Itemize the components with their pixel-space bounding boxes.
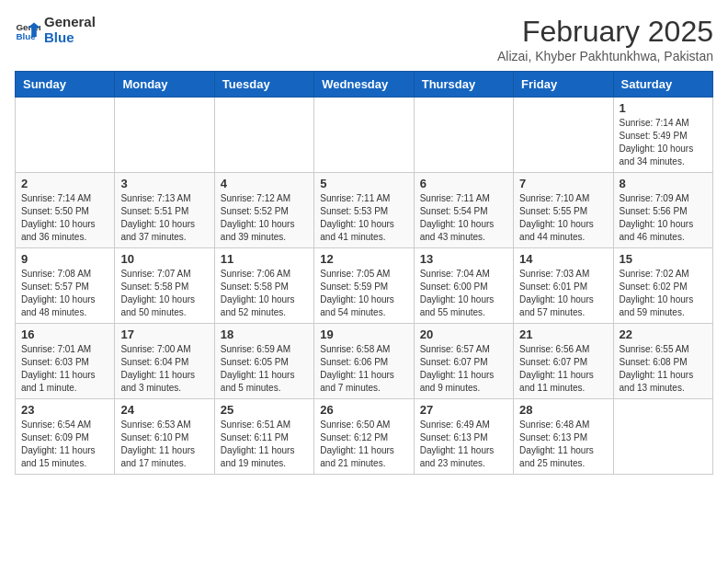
day-number: 1 <box>620 101 707 115</box>
calendar-week-2: 2Sunrise: 7:14 AM Sunset: 5:50 PM Daylig… <box>16 173 713 248</box>
calendar-cell: 5Sunrise: 7:11 AM Sunset: 5:53 PM Daylig… <box>314 173 414 248</box>
calendar-cell: 14Sunrise: 7:03 AM Sunset: 6:01 PM Dayli… <box>514 248 613 324</box>
day-number: 22 <box>620 327 707 341</box>
day-number: 13 <box>420 252 507 266</box>
day-number: 17 <box>120 327 208 341</box>
calendar-cell: 18Sunrise: 6:59 AM Sunset: 6:05 PM Dayli… <box>214 324 313 399</box>
day-number: 12 <box>320 252 407 266</box>
calendar-cell: 19Sunrise: 6:58 AM Sunset: 6:06 PM Dayli… <box>314 324 414 399</box>
day-number: 20 <box>420 327 507 341</box>
day-info: Sunrise: 6:57 AM Sunset: 6:07 PM Dayligh… <box>420 343 507 395</box>
calendar-cell: 17Sunrise: 7:00 AM Sunset: 6:04 PM Dayli… <box>115 324 214 399</box>
calendar-cell: 23Sunrise: 6:54 AM Sunset: 6:09 PM Dayli… <box>16 399 115 475</box>
day-number: 4 <box>221 177 308 190</box>
day-number: 5 <box>320 177 407 190</box>
day-info: Sunrise: 6:54 AM Sunset: 6:09 PM Dayligh… <box>21 419 108 470</box>
day-info: Sunrise: 7:06 AM Sunset: 5:58 PM Dayligh… <box>221 268 308 319</box>
logo-icon: General Blue <box>15 17 40 43</box>
title-block: February 2025 Alizai, Khyber Pakhtunkhwa… <box>497 15 713 63</box>
day-info: Sunrise: 7:11 AM Sunset: 5:54 PM Dayligh… <box>420 192 507 244</box>
calendar-cell: 15Sunrise: 7:02 AM Sunset: 6:02 PM Dayli… <box>613 248 712 324</box>
calendar-header-row: SundayMondayTuesdayWednesdayThursdayFrid… <box>16 72 713 98</box>
day-info: Sunrise: 6:50 AM Sunset: 6:12 PM Dayligh… <box>320 419 407 470</box>
day-info: Sunrise: 7:07 AM Sunset: 5:58 PM Dayligh… <box>120 268 208 319</box>
day-info: Sunrise: 7:05 AM Sunset: 5:59 PM Dayligh… <box>320 268 407 319</box>
day-info: Sunrise: 7:10 AM Sunset: 5:55 PM Dayligh… <box>519 192 607 244</box>
calendar-week-1: 1Sunrise: 7:14 AM Sunset: 5:49 PM Daylig… <box>16 98 713 173</box>
day-number: 28 <box>519 403 607 417</box>
calendar-week-3: 9Sunrise: 7:08 AM Sunset: 5:57 PM Daylig… <box>16 248 713 324</box>
day-number: 27 <box>420 403 507 417</box>
calendar-cell: 20Sunrise: 6:57 AM Sunset: 6:07 PM Dayli… <box>414 324 513 399</box>
calendar-cell: 24Sunrise: 6:53 AM Sunset: 6:10 PM Dayli… <box>115 399 214 475</box>
day-number: 2 <box>21 177 108 190</box>
logo: General Blue General Blue <box>15 15 96 45</box>
calendar-cell: 10Sunrise: 7:07 AM Sunset: 5:58 PM Dayli… <box>115 248 214 324</box>
day-info: Sunrise: 6:51 AM Sunset: 6:11 PM Dayligh… <box>221 419 308 470</box>
day-number: 11 <box>221 252 308 266</box>
logo-blue-text: Blue <box>44 30 96 46</box>
calendar-cell <box>214 98 313 173</box>
day-info: Sunrise: 7:01 AM Sunset: 6:03 PM Dayligh… <box>21 343 108 395</box>
weekday-header-wednesday: Wednesday <box>314 72 414 98</box>
day-info: Sunrise: 7:14 AM Sunset: 5:49 PM Dayligh… <box>620 117 707 168</box>
day-info: Sunrise: 7:00 AM Sunset: 6:04 PM Dayligh… <box>120 343 208 395</box>
calendar-cell: 7Sunrise: 7:10 AM Sunset: 5:55 PM Daylig… <box>514 173 613 248</box>
day-number: 14 <box>519 252 607 266</box>
calendar-cell: 1Sunrise: 7:14 AM Sunset: 5:49 PM Daylig… <box>613 98 712 173</box>
day-info: Sunrise: 6:53 AM Sunset: 6:10 PM Dayligh… <box>120 419 208 470</box>
day-info: Sunrise: 7:11 AM Sunset: 5:53 PM Dayligh… <box>320 192 407 244</box>
calendar-cell <box>115 98 214 173</box>
day-info: Sunrise: 7:04 AM Sunset: 6:00 PM Dayligh… <box>420 268 507 319</box>
calendar-cell <box>514 98 613 173</box>
day-number: 26 <box>320 403 407 417</box>
calendar-cell: 9Sunrise: 7:08 AM Sunset: 5:57 PM Daylig… <box>16 248 115 324</box>
location-title: Alizai, Khyber Pakhtunkhwa, Pakistan <box>497 49 713 63</box>
day-info: Sunrise: 6:58 AM Sunset: 6:06 PM Dayligh… <box>320 343 407 395</box>
day-info: Sunrise: 6:49 AM Sunset: 6:13 PM Dayligh… <box>420 419 507 470</box>
day-info: Sunrise: 7:08 AM Sunset: 5:57 PM Dayligh… <box>21 268 108 319</box>
day-number: 21 <box>519 327 607 341</box>
day-number: 9 <box>21 252 108 266</box>
page-header: General Blue General Blue February 2025 … <box>15 15 713 63</box>
day-info: Sunrise: 7:09 AM Sunset: 5:56 PM Dayligh… <box>620 192 707 244</box>
calendar-cell: 25Sunrise: 6:51 AM Sunset: 6:11 PM Dayli… <box>214 399 313 475</box>
calendar-cell: 2Sunrise: 7:14 AM Sunset: 5:50 PM Daylig… <box>16 173 115 248</box>
calendar-cell <box>613 399 712 475</box>
day-number: 16 <box>21 327 108 341</box>
calendar-cell: 8Sunrise: 7:09 AM Sunset: 5:56 PM Daylig… <box>613 173 712 248</box>
logo-general-text: General <box>44 15 96 30</box>
calendar-cell: 12Sunrise: 7:05 AM Sunset: 5:59 PM Dayli… <box>314 248 414 324</box>
day-number: 23 <box>21 403 108 417</box>
day-number: 24 <box>120 403 208 417</box>
day-number: 25 <box>221 403 308 417</box>
weekday-header-sunday: Sunday <box>16 72 115 98</box>
day-info: Sunrise: 6:56 AM Sunset: 6:07 PM Dayligh… <box>519 343 607 395</box>
weekday-header-tuesday: Tuesday <box>214 72 313 98</box>
calendar-week-5: 23Sunrise: 6:54 AM Sunset: 6:09 PM Dayli… <box>16 399 713 475</box>
day-number: 8 <box>620 177 707 190</box>
day-number: 19 <box>320 327 407 341</box>
calendar-cell: 27Sunrise: 6:49 AM Sunset: 6:13 PM Dayli… <box>414 399 513 475</box>
day-number: 10 <box>120 252 208 266</box>
day-info: Sunrise: 7:02 AM Sunset: 6:02 PM Dayligh… <box>620 268 707 319</box>
calendar-cell: 4Sunrise: 7:12 AM Sunset: 5:52 PM Daylig… <box>214 173 313 248</box>
calendar-cell: 3Sunrise: 7:13 AM Sunset: 5:51 PM Daylig… <box>115 173 214 248</box>
day-info: Sunrise: 7:14 AM Sunset: 5:50 PM Dayligh… <box>21 192 108 244</box>
calendar-cell <box>314 98 414 173</box>
calendar-cell: 6Sunrise: 7:11 AM Sunset: 5:54 PM Daylig… <box>414 173 513 248</box>
weekday-header-friday: Friday <box>514 72 613 98</box>
day-info: Sunrise: 6:48 AM Sunset: 6:13 PM Dayligh… <box>519 419 607 470</box>
calendar-cell: 11Sunrise: 7:06 AM Sunset: 5:58 PM Dayli… <box>214 248 313 324</box>
calendar-cell: 21Sunrise: 6:56 AM Sunset: 6:07 PM Dayli… <box>514 324 613 399</box>
weekday-header-monday: Monday <box>115 72 214 98</box>
calendar-cell: 16Sunrise: 7:01 AM Sunset: 6:03 PM Dayli… <box>16 324 115 399</box>
day-info: Sunrise: 6:55 AM Sunset: 6:08 PM Dayligh… <box>620 343 707 395</box>
calendar-cell: 13Sunrise: 7:04 AM Sunset: 6:00 PM Dayli… <box>414 248 513 324</box>
calendar-cell: 22Sunrise: 6:55 AM Sunset: 6:08 PM Dayli… <box>613 324 712 399</box>
calendar-week-4: 16Sunrise: 7:01 AM Sunset: 6:03 PM Dayli… <box>16 324 713 399</box>
day-info: Sunrise: 7:13 AM Sunset: 5:51 PM Dayligh… <box>120 192 208 244</box>
day-info: Sunrise: 7:12 AM Sunset: 5:52 PM Dayligh… <box>221 192 308 244</box>
day-number: 7 <box>519 177 607 190</box>
weekday-header-thursday: Thursday <box>414 72 513 98</box>
